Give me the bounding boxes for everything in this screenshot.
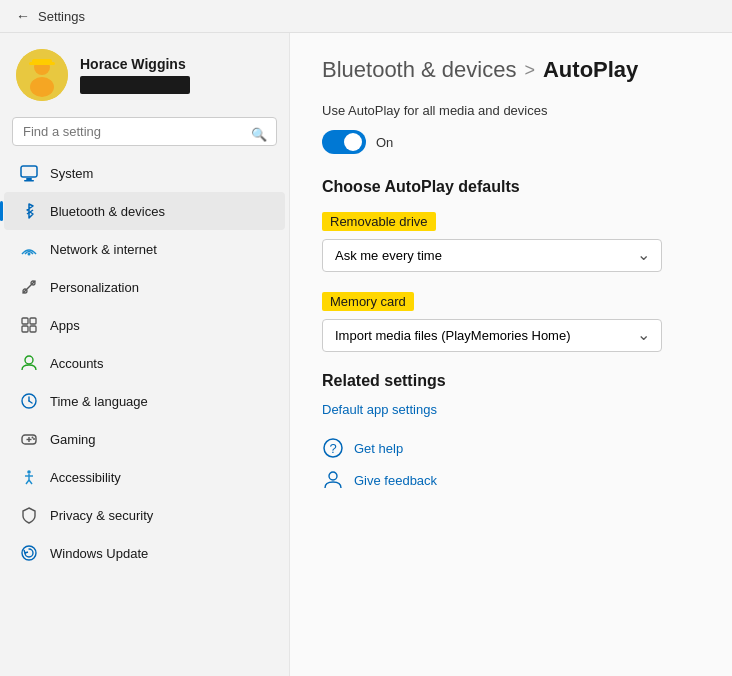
- sidebar-item-accounts[interactable]: Accounts: [4, 344, 285, 382]
- sidebar-item-privacy[interactable]: Privacy & security: [4, 496, 285, 534]
- search-icon: 🔍: [251, 126, 267, 141]
- sidebar-item-gaming[interactable]: Gaming: [4, 420, 285, 458]
- autoplay-toggle[interactable]: [322, 130, 366, 154]
- toggle-on-label: On: [376, 135, 393, 150]
- network-icon: [20, 240, 38, 258]
- removable-drive-select[interactable]: Ask me every time Open folder to view fi…: [322, 239, 662, 272]
- sidebar-label-apps: Apps: [50, 318, 80, 333]
- accounts-icon: [20, 354, 38, 372]
- user-info: Horace Wiggins: [80, 56, 190, 94]
- search-container: 🔍: [0, 113, 289, 154]
- memory-card-select-wrapper[interactable]: Import media files (PlayMemories Home) A…: [322, 319, 662, 352]
- breadcrumb-current: AutoPlay: [543, 57, 638, 83]
- help-links-section: ? Get help Give feedback: [322, 437, 700, 491]
- svg-line-30: [29, 480, 32, 484]
- svg-point-9: [28, 253, 31, 256]
- removable-drive-select-wrapper[interactable]: Ask me every time Open folder to view fi…: [322, 239, 662, 272]
- svg-point-17: [25, 356, 33, 364]
- sidebar-item-bluetooth[interactable]: Bluetooth & devices: [4, 192, 285, 230]
- user-name: Horace Wiggins: [80, 56, 190, 72]
- content-area: Bluetooth & devices > AutoPlay Use AutoP…: [290, 33, 732, 676]
- related-settings-heading: Related settings: [322, 372, 700, 390]
- back-button[interactable]: ←: [16, 8, 30, 24]
- privacy-icon: [20, 506, 38, 524]
- sidebar: Horace Wiggins 🔍 System Bluetooth & devi…: [0, 33, 290, 676]
- svg-rect-5: [21, 166, 37, 177]
- search-input[interactable]: [12, 117, 277, 146]
- title-bar: ← Settings: [0, 0, 732, 33]
- autoplay-description: Use AutoPlay for all media and devices: [322, 103, 700, 118]
- give-feedback-row[interactable]: Give feedback: [322, 469, 700, 491]
- svg-text:?: ?: [329, 441, 336, 456]
- personalization-icon: [20, 278, 38, 296]
- sidebar-item-time[interactable]: Time & language: [4, 382, 285, 420]
- memory-card-label: Memory card: [322, 292, 414, 311]
- main-layout: Horace Wiggins 🔍 System Bluetooth & devi…: [0, 33, 732, 676]
- memory-card-select[interactable]: Import media files (PlayMemories Home) A…: [322, 319, 662, 352]
- sidebar-label-personalization: Personalization: [50, 280, 139, 295]
- svg-rect-6: [26, 178, 32, 180]
- system-icon: [20, 164, 38, 182]
- autoplay-defaults-heading: Choose AutoPlay defaults: [322, 178, 700, 196]
- user-account-bar: [80, 76, 190, 94]
- removable-drive-section: Removable drive Ask me every time Open f…: [322, 212, 700, 272]
- sidebar-item-apps[interactable]: Apps: [4, 306, 285, 344]
- svg-point-2: [30, 77, 54, 97]
- sidebar-label-accounts: Accounts: [50, 356, 103, 371]
- get-help-link[interactable]: Get help: [354, 441, 403, 456]
- svg-line-29: [26, 480, 29, 484]
- svg-rect-13: [22, 318, 28, 324]
- gaming-icon: [20, 430, 38, 448]
- time-icon: [20, 392, 38, 410]
- breadcrumb: Bluetooth & devices > AutoPlay: [322, 57, 700, 83]
- autoplay-toggle-row: On: [322, 130, 700, 154]
- svg-point-34: [329, 472, 337, 480]
- removable-drive-label: Removable drive: [322, 212, 436, 231]
- svg-rect-15: [22, 326, 28, 332]
- sidebar-label-network: Network & internet: [50, 242, 157, 257]
- breadcrumb-parent: Bluetooth & devices: [322, 57, 516, 83]
- give-feedback-icon: [322, 469, 344, 491]
- svg-rect-7: [24, 180, 34, 182]
- svg-point-26: [27, 470, 31, 474]
- nav-list: System Bluetooth & devices Network & int…: [0, 154, 289, 572]
- sidebar-label-system: System: [50, 166, 93, 181]
- sidebar-label-gaming: Gaming: [50, 432, 96, 447]
- svg-rect-14: [30, 318, 36, 324]
- bluetooth-icon: [20, 202, 38, 220]
- sidebar-label-privacy: Privacy & security: [50, 508, 153, 523]
- sidebar-label-accessibility: Accessibility: [50, 470, 121, 485]
- related-settings-section: Related settings Default app settings: [322, 372, 700, 417]
- accessibility-icon: [20, 468, 38, 486]
- avatar-image: [16, 49, 68, 101]
- svg-point-24: [32, 437, 34, 439]
- sidebar-item-system[interactable]: System: [4, 154, 285, 192]
- get-help-icon: ?: [322, 437, 344, 459]
- give-feedback-link[interactable]: Give feedback: [354, 473, 437, 488]
- app-title: Settings: [38, 9, 85, 24]
- apps-icon: [20, 316, 38, 334]
- sidebar-item-network[interactable]: Network & internet: [4, 230, 285, 268]
- sidebar-label-bluetooth: Bluetooth & devices: [50, 204, 165, 219]
- avatar: [16, 49, 68, 101]
- sidebar-item-update[interactable]: Windows Update: [4, 534, 285, 572]
- get-help-row[interactable]: ? Get help: [322, 437, 700, 459]
- svg-rect-4: [29, 62, 55, 65]
- sidebar-item-personalization[interactable]: Personalization: [4, 268, 285, 306]
- sidebar-label-time: Time & language: [50, 394, 148, 409]
- default-app-settings-link[interactable]: Default app settings: [322, 402, 700, 417]
- svg-line-20: [29, 401, 32, 403]
- sidebar-label-update: Windows Update: [50, 546, 148, 561]
- svg-rect-16: [30, 326, 36, 332]
- svg-point-31: [22, 546, 36, 560]
- svg-line-10: [23, 281, 35, 293]
- sidebar-item-accessibility[interactable]: Accessibility: [4, 458, 285, 496]
- memory-card-section: Memory card Import media files (PlayMemo…: [322, 292, 700, 352]
- svg-point-25: [33, 438, 35, 440]
- user-profile[interactable]: Horace Wiggins: [0, 33, 289, 113]
- breadcrumb-separator: >: [524, 60, 535, 81]
- update-icon: [20, 544, 38, 562]
